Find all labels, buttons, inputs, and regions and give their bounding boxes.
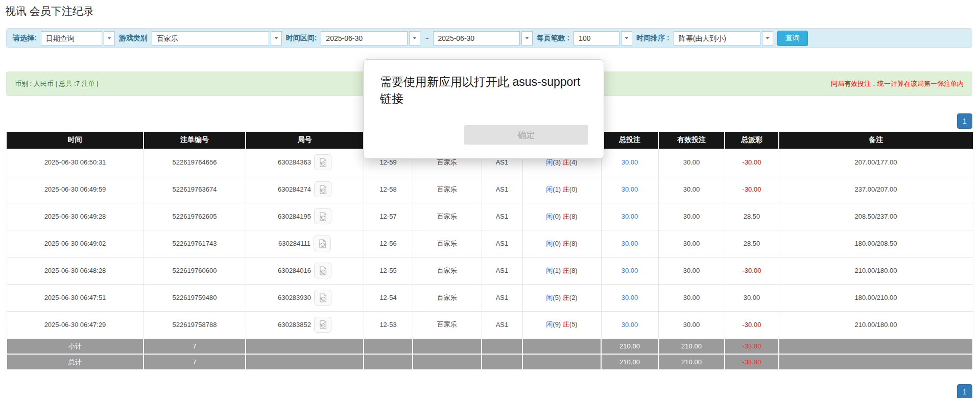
date-from-value[interactable]: 2025-06-30 bbox=[321, 31, 408, 45]
total-bet-link[interactable]: 30.00 bbox=[622, 294, 638, 301]
cell-remark: 180.00/210.00 bbox=[779, 284, 973, 311]
cell-time: 2025-06-30 06:48:28 bbox=[7, 257, 144, 284]
chevron-down-icon[interactable] bbox=[762, 31, 773, 45]
round-id-group: 630284363 bbox=[278, 154, 331, 170]
total-bet-link[interactable]: 30.00 bbox=[622, 158, 638, 166]
cell-session: 12-57 bbox=[364, 203, 413, 230]
round-id-text: 630284274 bbox=[278, 185, 311, 193]
cell-valid-bet: 30.00 bbox=[658, 149, 725, 176]
page: 视讯 会员下注纪录 请选择: 日期查询 游戏类别 百家乐 时间区间: 2025-… bbox=[0, 0, 980, 398]
table-row: 2025-06-30 06:49:59522619763674630284274… bbox=[7, 176, 973, 203]
cell-bet-content: 闲(1) 庄(8) bbox=[522, 257, 601, 284]
banker-bet-label: 庄 bbox=[563, 185, 569, 193]
video-icon bbox=[318, 212, 328, 222]
chevron-down-icon[interactable] bbox=[621, 31, 632, 45]
table-row: 2025-06-30 06:49:02522619761743630284111… bbox=[7, 230, 973, 257]
open-app-dialog: 需要使用新应用以打开此 asus-support 链接 确定 bbox=[363, 59, 604, 159]
chevron-down-icon[interactable] bbox=[104, 31, 115, 45]
player-bet-value: (9) bbox=[553, 320, 563, 328]
total-bet-link[interactable]: 30.00 bbox=[622, 240, 638, 247]
chevron-down-icon[interactable] bbox=[271, 31, 282, 45]
pagination-bottom: 1 bbox=[957, 384, 972, 398]
cell-count: 7 bbox=[144, 338, 246, 354]
round-id-text: 630284016 bbox=[278, 267, 311, 274]
video-replay-button[interactable] bbox=[314, 236, 331, 251]
total-bet-link[interactable]: 30.00 bbox=[622, 321, 638, 329]
cell-session: 12-55 bbox=[364, 257, 413, 284]
column-header-0: 时间 bbox=[7, 132, 144, 149]
chevron-down-icon[interactable] bbox=[521, 31, 533, 45]
cell-empty bbox=[413, 338, 482, 354]
total-bet-link[interactable]: 30.00 bbox=[622, 267, 638, 274]
cell-bet-id: 522619759480 bbox=[144, 284, 246, 311]
total-row: 总计7210.00210.00-33.00 bbox=[7, 354, 973, 370]
banker-bet-value: (5) bbox=[569, 320, 578, 328]
date-from-picker[interactable]: 2025-06-30 bbox=[321, 31, 420, 45]
date-to-value[interactable]: 2025-06-30 bbox=[433, 31, 520, 45]
page-size-select[interactable]: 100 bbox=[573, 31, 632, 45]
cell-table: AS1 bbox=[482, 176, 522, 203]
video-replay-button[interactable] bbox=[314, 263, 331, 278]
player-bet-value: (5) bbox=[553, 294, 563, 301]
cell-total-bet[interactable]: 30.00 bbox=[601, 257, 658, 284]
valid-bet-notice-text: 同局有效投注，统一计算在该局第一张注单内 bbox=[831, 79, 964, 88]
page-size-value[interactable]: 100 bbox=[573, 31, 619, 45]
cell-table: AS1 bbox=[482, 230, 522, 257]
game-category-label: 游戏类别 bbox=[119, 34, 148, 43]
round-id-group: 630284111 bbox=[278, 236, 331, 251]
total-bet-link[interactable]: 30.00 bbox=[622, 213, 638, 220]
cell-valid-bet: 30.00 bbox=[658, 176, 725, 203]
total-bet-link[interactable]: 30.00 bbox=[622, 185, 638, 193]
cell-time: 2025-06-30 06:47:29 bbox=[7, 311, 144, 338]
cell-payout: -30.00 bbox=[725, 149, 779, 176]
column-header-10: 备注 bbox=[779, 132, 973, 149]
video-replay-button[interactable] bbox=[314, 208, 331, 224]
date-to-picker[interactable]: 2025-06-30 bbox=[433, 31, 533, 45]
time-sort-select[interactable]: 降幂(由大到小) bbox=[674, 31, 773, 45]
cell-round-id: 630284274 bbox=[246, 176, 364, 203]
chevron-down-icon[interactable] bbox=[409, 31, 420, 45]
page-1-button[interactable]: 1 bbox=[957, 113, 972, 129]
cell-total-bet[interactable]: 30.00 bbox=[601, 149, 658, 176]
time-sort-value[interactable]: 降幂(由大到小) bbox=[674, 31, 760, 45]
cell-empty bbox=[413, 354, 482, 370]
game-category-value[interactable]: 百家乐 bbox=[152, 31, 269, 45]
currency-summary-text: 币别 : 人民币 | 总共 :7 注单 | bbox=[15, 79, 99, 88]
page-size-label: 每页笔数 : bbox=[537, 34, 570, 43]
cell-total-bet[interactable]: 30.00 bbox=[601, 230, 658, 257]
cell-time: 2025-06-30 06:47:51 bbox=[7, 284, 144, 311]
cell-game: 百家乐 bbox=[413, 311, 482, 338]
page-1-button[interactable]: 1 bbox=[957, 384, 972, 398]
round-id-text: 630284195 bbox=[278, 213, 311, 220]
game-category-select[interactable]: 百家乐 bbox=[152, 31, 282, 45]
banker-bet-label: 庄 bbox=[563, 240, 569, 247]
cell-total-bet[interactable]: 30.00 bbox=[601, 284, 658, 311]
cell-bet-id: 522619764656 bbox=[144, 149, 246, 176]
query-type-value[interactable]: 日期查询 bbox=[41, 31, 102, 45]
cell-session: 12-53 bbox=[364, 311, 413, 338]
cell-game: 百家乐 bbox=[413, 230, 482, 257]
cell-total-bet[interactable]: 30.00 bbox=[601, 203, 658, 230]
cell-valid-bet: 30.00 bbox=[658, 203, 725, 230]
cell-payout: -30.00 bbox=[725, 176, 779, 203]
payout-value: -30.00 bbox=[743, 158, 761, 166]
search-button[interactable]: 查询 bbox=[777, 31, 808, 46]
table-row: 2025-06-30 06:49:28522619762605630284195… bbox=[7, 203, 973, 230]
table-row: 2025-06-30 06:47:51522619759480630283930… bbox=[7, 284, 973, 311]
banker-bet-label: 庄 bbox=[563, 267, 569, 274]
cell-total-bet[interactable]: 30.00 bbox=[601, 311, 658, 338]
query-type-select[interactable]: 日期查询 bbox=[41, 31, 115, 45]
video-replay-button[interactable] bbox=[314, 317, 331, 333]
cell-valid-bet: 210.00 bbox=[658, 354, 725, 370]
cell-total-bet[interactable]: 30.00 bbox=[601, 176, 658, 203]
cell-bet-id: 522619762605 bbox=[144, 203, 246, 230]
video-replay-button[interactable] bbox=[314, 290, 331, 306]
filter-bar: 请选择: 日期查询 游戏类别 百家乐 时间区间: 2025-06-30 ~ 20… bbox=[6, 28, 972, 48]
player-bet-value: (1) bbox=[553, 185, 563, 193]
cell-remark: 210.00/180.00 bbox=[779, 257, 973, 284]
range-tilde: ~ bbox=[424, 34, 428, 42]
confirm-button[interactable]: 确定 bbox=[464, 125, 588, 145]
payout-value: -30.00 bbox=[743, 185, 761, 193]
video-replay-button[interactable] bbox=[314, 181, 331, 197]
video-replay-button[interactable] bbox=[314, 154, 331, 170]
